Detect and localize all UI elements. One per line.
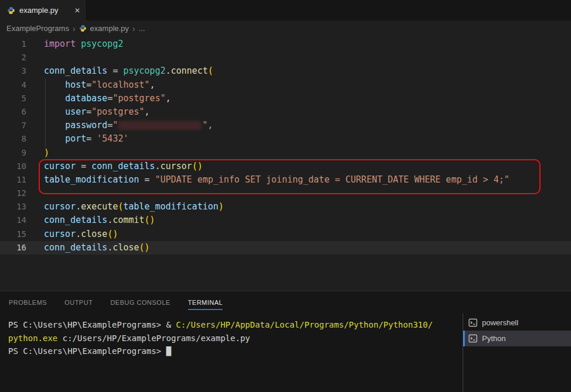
token: "localhost"	[91, 80, 149, 90]
token: C:/Users/HP/AppData/Local/Programs/Pytho…	[176, 320, 433, 329]
token: execute	[81, 201, 118, 212]
token: .	[155, 161, 160, 171]
line-number[interactable]: 6	[0, 105, 26, 119]
token: ",	[202, 120, 213, 130]
python-icon	[7, 6, 15, 15]
terminal-session-powershell[interactable]: powershell	[463, 315, 571, 331]
line-number[interactable]: 16	[0, 241, 26, 255]
breadcrumb-more[interactable]: ...	[139, 24, 145, 33]
line-number[interactable]: 11	[0, 173, 26, 187]
code-line[interactable]: 5 database="postgres",	[0, 92, 571, 105]
code-line[interactable]: 15cursor.close()	[0, 228, 571, 241]
line-number[interactable]: 4	[0, 78, 26, 92]
code-editor[interactable]: 1import psycopg223conn_details = psycopg…	[0, 36, 571, 291]
terminal-output[interactable]: PS C:\Users\HP\ExamplePrograms> & C:/Use…	[0, 313, 463, 392]
token: ,	[166, 93, 171, 104]
breadcrumb-folder[interactable]: ExamplePrograms	[6, 24, 69, 33]
line-number[interactable]: 7	[0, 119, 26, 132]
redacted-password	[118, 121, 201, 130]
token: import	[44, 39, 76, 49]
line-number[interactable]: 9	[0, 146, 26, 160]
token: psycopg2	[123, 66, 165, 76]
token: port	[65, 133, 86, 144]
panel-tabs: PROBLEMSOUTPUTDEBUG CONSOLETERMINAL	[0, 291, 571, 313]
token: conn_details	[44, 66, 107, 76]
code-line[interactable]: 10cursor = conn_details.cursor()	[0, 160, 571, 173]
code-line[interactable]: 1import psycopg2	[0, 37, 571, 51]
token: commit	[112, 215, 144, 225]
panel-body: PS C:\Users\HP\ExamplePrograms> & C:/Use…	[0, 313, 571, 392]
token: python.exe	[8, 333, 57, 343]
code-text: conn_details = psycopg2.connect(	[26, 64, 213, 78]
token: password	[65, 120, 107, 130]
vscode-window: example.py ✕ ExamplePrograms › example.p…	[0, 0, 571, 392]
code-line[interactable]: 11table_modification = "UPDATE emp_info …	[0, 173, 571, 187]
line-number[interactable]: 1	[0, 37, 26, 51]
code-text: port= '5432'	[26, 132, 129, 146]
token: .	[76, 201, 81, 212]
code-line[interactable]: 6 user="postgres",	[0, 105, 571, 119]
token: =	[86, 106, 91, 117]
token: "	[112, 120, 118, 130]
chevron-right-icon: ›	[132, 25, 135, 33]
terminal-icon	[469, 318, 477, 327]
code-line[interactable]: 8 port= '5432'	[0, 132, 571, 146]
token: cursor	[44, 229, 76, 239]
breadcrumb: ExamplePrograms › example.py › ...	[0, 20, 571, 36]
line-number[interactable]: 3	[0, 64, 26, 78]
token	[44, 106, 65, 117]
code-text: )	[26, 146, 49, 160]
python-icon	[79, 25, 87, 32]
code-text	[26, 187, 44, 200]
terminal-session-list: powershellPython	[463, 313, 571, 392]
breadcrumb-file[interactable]: example.py	[90, 24, 129, 33]
terminal-line: python.exe c:/Users/HP/ExamplePrograms/e…	[8, 332, 463, 345]
panel-tab-terminal[interactable]: TERMINAL	[188, 297, 223, 308]
code-line[interactable]: 16conn_details.close()	[0, 241, 571, 255]
close-icon[interactable]: ✕	[74, 6, 80, 15]
panel-tab-debug-console[interactable]: DEBUG CONSOLE	[110, 297, 170, 308]
bottom-panel: PROBLEMSOUTPUTDEBUG CONSOLETERMINAL PS C…	[0, 291, 571, 392]
code-line[interactable]: 7 password="",	[0, 119, 571, 132]
session-label: powershell	[482, 318, 518, 327]
code-line[interactable]: 12	[0, 187, 571, 200]
token: ()	[145, 215, 155, 225]
token: cursor	[44, 161, 76, 171]
terminal-session-python[interactable]: Python	[463, 331, 571, 346]
token: connect	[171, 66, 208, 76]
line-number[interactable]: 15	[0, 228, 26, 241]
line-number[interactable]: 10	[0, 160, 26, 173]
token: "postgres"	[112, 93, 165, 104]
line-number[interactable]: 2	[0, 51, 26, 64]
token: psycopg2	[81, 39, 123, 49]
code-line[interactable]: 14conn_details.commit()	[0, 214, 571, 227]
token: ,	[150, 80, 155, 90]
token	[44, 120, 65, 130]
token: )	[218, 201, 224, 212]
tab-bar: example.py ✕	[0, 0, 571, 20]
token: conn_details	[44, 242, 107, 253]
panel-tab-output[interactable]: OUTPUT	[64, 297, 93, 308]
token: =	[139, 174, 155, 185]
line-number[interactable]: 14	[0, 214, 26, 227]
code-line[interactable]: 4 host="localhost",	[0, 78, 571, 92]
code-line[interactable]: 3conn_details = psycopg2.connect(	[0, 64, 571, 78]
code-text: conn_details.commit()	[26, 214, 155, 227]
token: =	[86, 80, 91, 90]
line-number[interactable]: 5	[0, 92, 26, 105]
panel-tab-problems[interactable]: PROBLEMS	[9, 297, 47, 308]
tab-example-py[interactable]: example.py ✕	[0, 0, 87, 20]
token: conn_details	[91, 161, 155, 171]
code-line[interactable]: 2	[0, 51, 571, 64]
token: ,	[145, 106, 150, 117]
terminal-line: PS C:\Users\HP\ExamplePrograms> & C:/Use…	[8, 318, 463, 332]
line-number[interactable]: 12	[0, 187, 26, 200]
code-text: conn_details.close()	[26, 241, 150, 255]
code-line[interactable]: 13cursor.execute(table_modification)	[0, 200, 571, 214]
line-number[interactable]: 8	[0, 132, 26, 146]
chevron-right-icon: ›	[73, 25, 76, 33]
line-number[interactable]: 13	[0, 200, 26, 214]
tab-title: example.py	[19, 6, 70, 15]
code-line[interactable]: 9)	[0, 146, 571, 160]
token: )	[44, 147, 49, 158]
